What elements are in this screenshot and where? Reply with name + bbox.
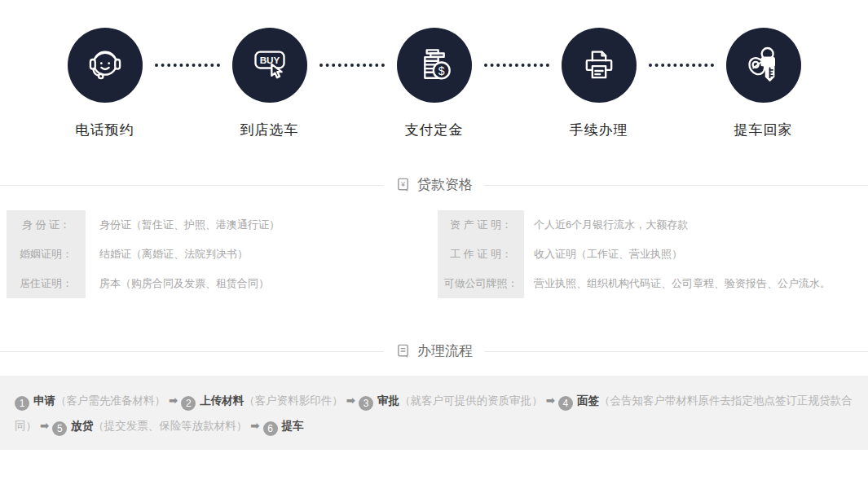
flow-step-name: 审批 [377,394,399,407]
row-value: 房本（购房合同及发票、租赁合同） [86,269,438,298]
car-keys-icon [726,28,801,103]
row-value: 身份证（暂住证、护照、港澳通行证） [86,210,438,240]
step-number-badge: 3 [359,396,373,411]
flow-step: 1申请（客户需先准备材料） [15,394,165,407]
flow-step-name: 放贷 [71,420,93,432]
step-pay-deposit: $ 支付定金 [397,28,472,139]
row-label: 可做公司牌照： [438,269,524,298]
flow-step-detail: （客户需先准备材料） [55,394,165,407]
step-choose-car: BUY 到店选车 [232,28,307,139]
row-value: 个人近6个月银行流水，大额存款 [524,210,868,240]
headset-agent-icon [68,28,143,103]
row-label: 身 份 证： [7,210,86,240]
row-value: 收入证明（工作证、营业执照） [524,240,868,269]
flow-step-name: 面签 [577,394,599,407]
step-label: 提车回家 [734,121,793,139]
flow-step: 5放贷（提交发票、保险等放款材料） [52,420,247,432]
flow-step-name: 申请 [33,394,55,407]
row-label: 居住证明： [7,269,86,298]
flow-step: 2上传材料（客户资料影印件） [181,394,343,407]
loan-qualification-table: 身 份 证： 身份证（暂住证、护照、港澳通行证） 婚姻证明： 结婚证（离婚证、法… [0,210,868,298]
step-label: 手续办理 [570,121,628,139]
arrow-right-icon: ➡ [169,394,178,407]
row-label: 婚姻证明： [7,240,86,269]
step-label: 电话预约 [76,121,134,139]
flow-step-detail: （就客户可提供的资质审批） [399,394,543,407]
printer-icon [562,28,637,103]
flow-step: 6提车 [263,420,304,432]
row-label: 工 作 证 明： [438,240,524,269]
dotted-connector [649,64,714,67]
buy-button-click-icon: BUY [232,28,307,103]
step-label: 到店选车 [240,121,299,139]
section-title: 贷款资格 [417,177,473,192]
step-number-badge: 5 [52,421,67,436]
step-phone-reservation: 电话预约 [68,28,143,139]
flow-step-name: 上传材料 [200,394,244,407]
step-label: 支付定金 [405,121,464,139]
flow-step-name: 提车 [282,420,304,432]
yuan-document-icon: ¥ [395,177,411,192]
table-row: 婚姻证明： 结婚证（离婚证、法院判决书） [7,240,438,269]
table-row: 居住证明： 房本（购房合同及发票、租赁合同） [7,269,438,298]
section-title: 办理流程 [417,343,473,359]
coin-stack-dollar-icon: $ [397,28,472,103]
table-row: 可做公司牌照： 营业执照、组织机构代码证、公司章程、验资报告、公户流水。 [438,269,868,298]
arrow-right-icon: ➡ [40,420,49,432]
process-flow-box: 1申请（客户需先准备材料）➡2上传材料（客户资料影印件）➡3审批（就客户可提供的… [0,376,868,450]
step-pickup-car: 提车回家 [726,28,801,139]
qual-table-right-column: 资 产 证 明： 个人近6个月银行流水，大额存款 工 作 证 明： 收入证明（工… [438,210,868,298]
step-number-badge: 1 [15,396,29,411]
dotted-connector [484,64,549,67]
row-value: 营业执照、组织机构代码证、公司章程、验资报告、公户流水。 [524,269,868,298]
document-note-icon [395,343,411,359]
dotted-connector [319,64,385,67]
table-row: 工 作 证 明： 收入证明（工作证、营业执照） [438,240,868,269]
flow-step-detail: （客户资料影印件） [244,394,343,407]
process-flow-header: 办理流程 [0,341,868,362]
arrow-right-icon: ➡ [346,394,355,407]
step-number-badge: 2 [181,396,196,411]
arrow-right-icon: ➡ [250,420,259,432]
step-paperwork: 手续办理 [562,28,637,139]
step-number-badge: 6 [263,421,278,436]
dollar-icon-text: $ [438,64,444,77]
arrow-right-icon: ➡ [546,394,555,407]
loan-qualification-header: ¥ 贷款资格 [0,174,868,196]
purchase-steps-row: 电话预约 BUY 到店选车 $ 支付定金 [0,0,868,139]
dotted-connector [155,64,220,67]
table-row: 身 份 证： 身份证（暂住证、护照、港澳通行证） [7,210,438,240]
flow-step: 3审批（就客户可提供的资质审批） [359,394,543,407]
yuan-icon-text: ¥ [400,180,406,188]
step-number-badge: 4 [558,396,573,411]
row-value: 结婚证（离婚证、法院判决书） [86,240,438,269]
table-row: 资 产 证 明： 个人近6个月银行流水，大额存款 [438,210,868,240]
qual-table-left-column: 身 份 证： 身份证（暂住证、护照、港澳通行证） 婚姻证明： 结婚证（离婚证、法… [0,210,438,298]
flow-step-detail: （提交发票、保险等放款材料） [93,420,247,432]
buy-icon-text: BUY [259,55,280,65]
row-label: 资 产 证 明： [438,210,524,240]
